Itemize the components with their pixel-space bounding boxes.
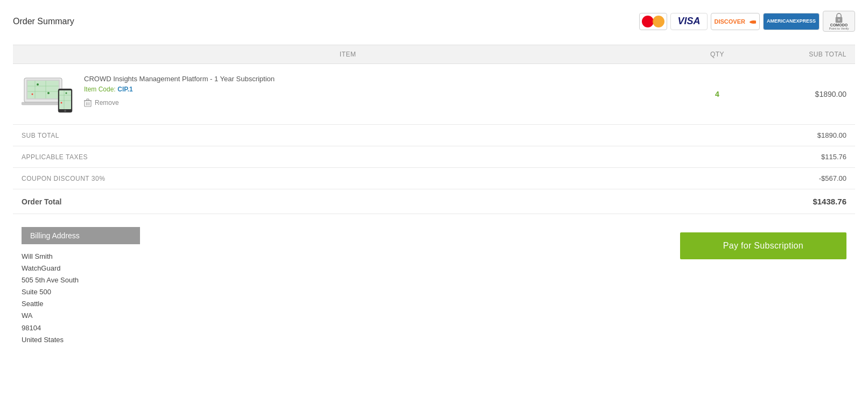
svg-rect-15: [59, 90, 71, 109]
billing-address-content: Will Smith WatchGuard 505 5th Ave South …: [22, 251, 140, 346]
remove-label: Remove: [95, 99, 119, 107]
visa-icon: VISA: [670, 13, 707, 30]
secure-label: Point to Verify: [829, 27, 849, 30]
taxes-value: $115.76: [760, 153, 846, 161]
taxes-row: APPLICABLE TAXES $115.76: [13, 146, 855, 168]
product-info: CROWD Insights Management Platform - 1 Y…: [22, 73, 674, 116]
product-name: CROWD Insights Management Platform - 1 Y…: [84, 75, 275, 83]
product-details: CROWD Insights Management Platform - 1 Y…: [84, 73, 275, 107]
product-image: [22, 73, 75, 116]
billing-city: Seattle: [22, 298, 140, 310]
order-total-row: Order Total $1438.76: [13, 189, 855, 214]
svg-point-20: [61, 102, 62, 104]
trash-icon: [84, 98, 92, 107]
billing-zip: 98104: [22, 322, 140, 334]
product-qty: 4: [674, 90, 760, 98]
mastercard-icon: [639, 13, 667, 30]
billing-name: Will Smith: [22, 251, 140, 263]
bottom-section: Billing Address Will Smith WatchGuard 50…: [13, 214, 855, 355]
sub-total-label: SUB TOTAL: [22, 132, 760, 139]
taxes-label: APPLICABLE TAXES: [22, 153, 760, 161]
svg-point-12: [32, 94, 33, 95]
sub-total-value: $1890.00: [760, 131, 846, 139]
svg-rect-5: [27, 81, 59, 98]
billing-suite: Suite 500: [22, 286, 140, 298]
amex-icon: AMERICAN EXPRESS: [763, 13, 820, 30]
item-code-label: Item Code:: [84, 86, 116, 93]
svg-point-0: [750, 20, 756, 24]
discover-icon: DISCOVER: [711, 13, 760, 30]
col-header-item: ITEM: [22, 51, 674, 58]
billing-address-section: Billing Address Will Smith WatchGuard 50…: [22, 227, 140, 346]
item-code-value: CIP.1: [117, 86, 132, 93]
discount-value: -$567.00: [760, 174, 846, 182]
col-header-qty: QTY: [674, 51, 760, 58]
svg-point-2: [838, 19, 840, 21]
svg-point-11: [47, 92, 50, 94]
payment-icons-bar: VISA DISCOVER AMERICAN EXPRESS: [639, 11, 855, 32]
billing-address-header: Billing Address: [22, 227, 140, 244]
billing-state: WA: [22, 310, 140, 322]
pay-subscription-button[interactable]: Pay for Subscription: [680, 232, 846, 259]
col-header-subtotal: SUB TOTAL: [760, 51, 846, 58]
page-header: Order Summary VISA DISCOVER: [13, 11, 855, 32]
table-header: ITEM QTY SUB TOTAL: [13, 45, 855, 64]
order-total-value: $1438.76: [760, 197, 846, 206]
product-price: $1890.00: [760, 90, 846, 98]
sub-total-row: SUB TOTAL $1890.00: [13, 125, 855, 146]
billing-company: WatchGuard: [22, 263, 140, 274]
billing-country: United States: [22, 334, 140, 346]
svg-point-21: [64, 110, 66, 112]
svg-point-19: [66, 93, 67, 94]
table-row: CROWD Insights Management Platform - 1 Y…: [13, 64, 855, 125]
billing-street: 505 5th Ave South: [22, 274, 140, 286]
order-total-label: Order Total: [22, 197, 760, 206]
discount-row: COUPON DISCOUNT 30% -$567.00: [13, 168, 855, 189]
comodo-label: COMODO: [830, 23, 848, 27]
page-wrapper: Order Summary VISA DISCOVER: [0, 0, 868, 404]
remove-button[interactable]: Remove: [84, 98, 275, 107]
comodo-secure-icon: COMODO Point to Verify: [823, 11, 855, 32]
svg-point-10: [37, 83, 39, 86]
page-title: Order Summary: [13, 17, 74, 26]
item-code-line: Item Code: CIP.1: [84, 85, 275, 93]
discount-label: COUPON DISCOUNT 30%: [22, 175, 760, 182]
